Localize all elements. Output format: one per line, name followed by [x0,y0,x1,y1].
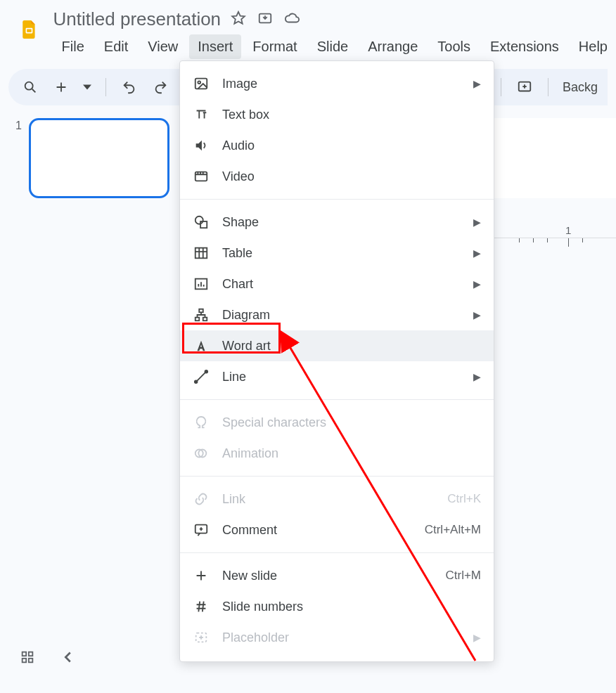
menu-item-label: Diagram [222,308,270,323]
grid-view-button[interactable] [20,649,35,668]
svg-rect-1 [27,29,32,32]
menu-item-label: Text box [222,108,269,122]
svg-rect-13 [195,318,200,321]
menu-item-label: Placeholder [222,630,289,645]
menu-tools[interactable]: Tools [429,34,479,59]
slides-logo[interactable] [14,11,45,48]
undo-button[interactable] [117,75,141,99]
menu-item-wordart[interactable]: Word art [180,330,494,361]
menu-item-label: Link [222,492,245,507]
menu-view[interactable]: View [139,34,186,59]
menu-item-specialchars: Special characters [180,407,494,438]
menu-separator [180,476,494,477]
svg-rect-23 [29,652,33,656]
link-icon [193,491,210,507]
textbox-icon [193,107,210,122]
comment-icon [193,522,210,538]
menu-item-newslide[interactable]: New slide Ctrl+M [180,560,494,591]
menu-item-label: Line [222,370,246,384]
insert-menu-dropdown: Image ▶ Text box Audio Video Shape ▶ Ta [179,60,494,662]
menu-item-chart[interactable]: Chart ▶ [180,268,494,299]
svg-rect-24 [23,659,27,663]
menu-item-placeholder: Placeholder ▶ [180,622,494,653]
menu-item-label: Special characters [222,415,326,430]
menu-insert[interactable]: Insert [189,34,241,59]
menu-item-image[interactable]: Image ▶ [180,68,494,99]
line-icon [193,369,210,384]
menu-item-comment[interactable]: Comment Ctrl+Alt+M [180,514,494,545]
menu-separator [180,199,494,200]
menu-item-shortcut: Ctrl+Alt+M [425,523,481,537]
menu-item-animation: Animation [180,438,494,469]
menu-format[interactable]: Format [244,34,305,59]
menu-item-label: Slide numbers [222,600,303,614]
redo-button[interactable] [148,75,172,99]
menu-item-line[interactable]: Line ▶ [180,361,494,392]
svg-point-3 [25,82,33,90]
menu-item-label: New slide [222,569,277,583]
toolbar-separator [548,78,548,96]
document-title[interactable]: Untitled presentation [53,8,221,30]
svg-point-15 [195,381,198,384]
submenu-arrow-icon: ▶ [473,216,481,228]
submenu-arrow-icon: ▶ [473,278,481,290]
animation-icon [193,446,210,461]
shape-icon [193,214,210,230]
star-icon[interactable] [231,11,246,29]
background-button[interactable]: Backg [560,80,598,95]
submenu-arrow-icon: ▶ [473,632,481,643]
menu-item-table[interactable]: Table ▶ [180,238,494,268]
search-button[interactable] [18,75,42,99]
svg-rect-14 [203,318,207,321]
svg-rect-22 [23,652,27,656]
menu-extensions[interactable]: Extensions [482,34,567,59]
cloud-status-icon[interactable] [284,11,300,29]
menu-slide[interactable]: Slide [309,34,357,59]
menu-edit[interactable]: Edit [96,34,136,59]
hash-icon [193,599,210,614]
menu-item-label: Chart [222,277,253,292]
menu-item-label: Animation [222,446,278,461]
svg-rect-12 [199,309,203,313]
menu-item-diagram[interactable]: Diagram ▶ [180,299,494,330]
menu-item-label: Comment [222,523,277,538]
svg-rect-5 [195,79,207,89]
menu-item-label: Table [222,246,252,261]
diagram-icon [193,307,210,323]
menu-item-textbox[interactable]: Text box [180,99,494,130]
menu-item-slidenumbers[interactable]: Slide numbers [180,591,494,622]
submenu-arrow-icon: ▶ [473,247,481,259]
svg-rect-10 [195,248,207,259]
menu-arrange[interactable]: Arrange [359,34,426,59]
submenu-arrow-icon: ▶ [473,371,481,382]
menu-item-label: Video [222,169,255,184]
menu-item-shortcut: Ctrl+M [445,569,481,583]
submenu-arrow-icon: ▶ [473,309,481,320]
menu-help[interactable]: Help [570,34,616,59]
footer-controls [20,649,76,668]
menu-item-audio[interactable]: Audio [180,130,494,161]
menu-item-shape[interactable]: Shape ▶ [180,207,494,238]
ruler-mark-1: 1 [565,224,571,236]
slide-panel: 1 [0,118,176,198]
svg-point-8 [195,216,203,224]
image-icon [193,76,210,91]
chart-icon [193,276,210,292]
slide-thumbnail-1[interactable] [29,118,169,198]
audio-icon [193,138,210,153]
add-comment-button[interactable] [513,75,537,99]
menu-file[interactable]: File [53,34,93,59]
menu-separator [180,552,494,553]
table-icon [193,245,210,261]
svg-point-6 [198,81,200,84]
prev-slide-button[interactable] [60,649,76,668]
svg-rect-9 [200,221,207,228]
menu-item-shortcut: Ctrl+K [447,492,481,506]
new-slide-button[interactable] [49,75,73,99]
submenu-arrow-icon: ▶ [473,78,481,89]
menubar: File Edit View Insert Format Slide Arran… [53,34,616,59]
new-slide-dropdown[interactable] [80,75,94,99]
move-icon[interactable] [257,11,273,29]
menu-item-video[interactable]: Video [180,161,494,192]
svg-point-16 [205,370,208,373]
